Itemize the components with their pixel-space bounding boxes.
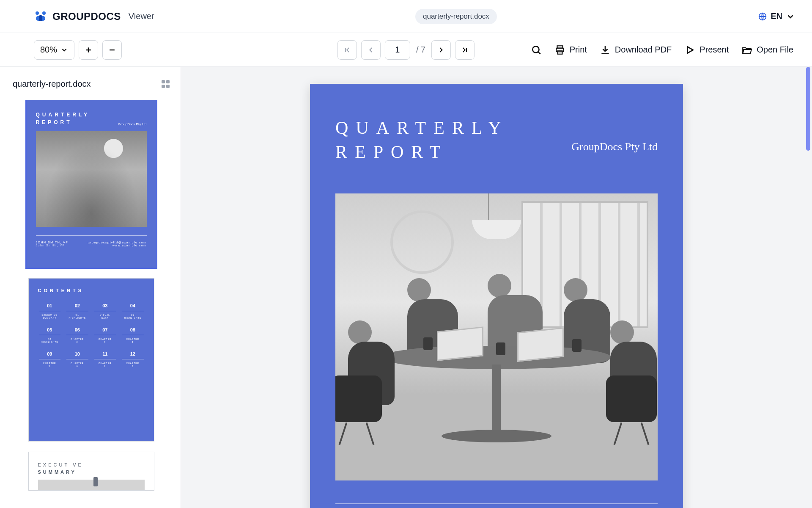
chevron-down-icon xyxy=(60,46,68,54)
document-canvas[interactable]: QUARTERLY REPORT GroupDocs Pty Ltd xyxy=(181,67,812,508)
download-label: Download PDF xyxy=(615,45,672,55)
contents-cell: 10CHAPTER6 xyxy=(66,351,89,368)
contents-cell: 12CHAPTER8 xyxy=(121,351,145,368)
contents-cell: 04Q2HIGHLIGHTS xyxy=(121,303,145,320)
page-title: QUARTERLY REPORT xyxy=(335,116,658,164)
page-hero-image xyxy=(335,193,658,480)
present-label: Present xyxy=(700,45,729,55)
page-1: QUARTERLY REPORT GroupDocs Pty Ltd xyxy=(310,84,683,508)
zoom-controls: 80% xyxy=(34,40,122,60)
thumb1-site: www.example.com xyxy=(88,244,147,247)
open-label: Open File xyxy=(757,45,793,55)
minus-icon xyxy=(108,46,116,54)
filename-chip: quarterly-report.docx xyxy=(415,9,497,24)
brand: GROUPDOCS Viewer xyxy=(34,10,154,23)
page-navigation: 1 / 7 xyxy=(337,40,475,60)
download-icon xyxy=(600,44,611,55)
print-button[interactable]: Print xyxy=(554,44,587,55)
contents-cell: 11CHAPTER7 xyxy=(93,351,117,368)
first-page-button[interactable] xyxy=(337,40,357,60)
download-pdf-button[interactable]: Download PDF xyxy=(600,44,672,55)
svg-point-5 xyxy=(532,46,539,52)
sidebar-header: quarterly-report.docx xyxy=(13,75,170,92)
groupdocs-logo-icon xyxy=(34,10,47,23)
contents-cell: 02Q1HIGHLIGHTS xyxy=(66,303,89,320)
contents-cell: 09CHAPTER5 xyxy=(38,351,62,368)
thumb2-grid: 01EXECUTIVESUMMARY02Q1HIGHLIGHTS03VISUAL… xyxy=(38,303,145,368)
search-button[interactable] xyxy=(531,44,542,55)
main-area: quarterly-report.docx QUARTERLY REPORT G… xyxy=(0,67,812,508)
next-page-button[interactable] xyxy=(431,40,451,60)
page-title-l2: REPORT xyxy=(335,142,448,162)
scrollbar-thumb[interactable] xyxy=(806,67,810,151)
toolbar: 80% 1 / 7 Print xyxy=(0,33,812,67)
contents-cell: 01EXECUTIVESUMMARY xyxy=(38,303,62,320)
first-page-icon xyxy=(343,46,351,54)
prev-page-button[interactable] xyxy=(361,40,381,60)
page-company: GroupDocs Pty Ltd xyxy=(571,141,658,153)
plus-icon xyxy=(84,46,93,54)
svg-rect-3 xyxy=(39,15,42,21)
thumb1-author2: John Smith, VP xyxy=(36,244,69,247)
folder-open-icon xyxy=(741,44,752,55)
thumbnail-grid-toggle[interactable] xyxy=(162,80,170,88)
contents-cell: 07CHAPTER3 xyxy=(93,327,117,344)
contents-cell: 06CHAPTER2 xyxy=(66,327,89,344)
svg-point-1 xyxy=(42,11,46,15)
sidebar-filename: quarterly-report.docx xyxy=(13,79,91,89)
thumbnail-page-1[interactable]: QUARTERLY REPORT GroupDocs Pty Ltd JOHN … xyxy=(27,100,156,268)
contents-cell: 03VISUALDATA xyxy=(93,303,117,320)
last-page-icon xyxy=(461,46,469,54)
thumb1-title-l2: REPORT xyxy=(36,119,72,125)
page-total: / 7 xyxy=(416,45,425,55)
thumb3-line2: SUMMARY xyxy=(38,469,77,475)
last-page-button[interactable] xyxy=(455,40,475,60)
zoom-in-button[interactable] xyxy=(79,40,98,60)
chevron-left-icon xyxy=(367,46,375,54)
page-current: 1 xyxy=(395,45,400,55)
thumb1-author: JOHN SMITH, VP xyxy=(36,241,69,244)
thumbnail-sidebar: quarterly-report.docx QUARTERLY REPORT G… xyxy=(0,67,181,508)
language-selector[interactable]: EN xyxy=(758,11,795,21)
thumb2-header: CONTENTS xyxy=(38,288,145,293)
open-file-button[interactable]: Open File xyxy=(741,44,793,55)
chevron-down-icon xyxy=(786,12,795,21)
zoom-value: 80% xyxy=(40,45,57,55)
language-code: EN xyxy=(771,11,782,21)
chevron-right-icon xyxy=(437,46,445,54)
thumb1-title-l1: QUARTERLY xyxy=(36,112,90,118)
brand-word: GROUPDOCS xyxy=(52,11,121,22)
thumb1-email: groupdocsptyltd@example.com xyxy=(88,241,147,244)
present-button[interactable]: Present xyxy=(684,44,729,55)
globe-icon xyxy=(758,12,767,21)
page-number-input[interactable]: 1 xyxy=(385,40,410,60)
zoom-select[interactable]: 80% xyxy=(34,40,74,60)
zoom-out-button[interactable] xyxy=(102,40,122,60)
thumb1-company: GroupDocs Pty Ltd xyxy=(118,122,147,126)
svg-point-0 xyxy=(36,11,39,15)
contents-cell: 08CHAPTER4 xyxy=(121,327,145,344)
print-label: Print xyxy=(570,45,587,55)
search-icon xyxy=(531,44,542,55)
thumb1-hero-image xyxy=(36,131,147,227)
print-icon xyxy=(554,44,565,55)
thumbnail-page-3[interactable]: EXECUTIVE SUMMARY xyxy=(29,452,154,490)
thumbnail-page-2[interactable]: CONTENTS 01EXECUTIVESUMMARY02Q1HIGHLIGHT… xyxy=(29,279,154,441)
toolbar-actions: Print Download PDF Present Open File xyxy=(531,44,793,55)
thumbnail-list: QUARTERLY REPORT GroupDocs Pty Ltd JOHN … xyxy=(13,100,170,508)
contents-cell: 05Q3HIGHLIGHTS xyxy=(38,327,62,344)
thumb3-line1: EXECUTIVE xyxy=(38,462,83,467)
play-icon xyxy=(684,44,695,55)
brand-sub: Viewer xyxy=(129,11,154,21)
top-bar: GROUPDOCS Viewer quarterly-report.docx E… xyxy=(0,0,812,33)
page-title-l1: QUARTERLY xyxy=(335,118,509,138)
